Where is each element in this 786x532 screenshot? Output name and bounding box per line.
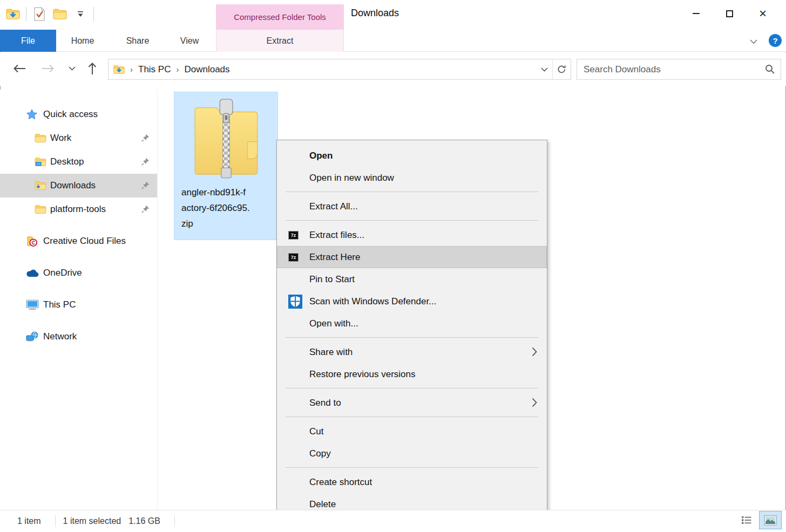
sidebar-item-network[interactable]: Network	[0, 325, 157, 349]
star-icon	[26, 109, 38, 120]
file-item-zip[interactable]: angler-nbd91k-f actory-6f206c95. zip	[174, 92, 278, 240]
address-bar[interactable]: › This PC › Downloads	[108, 59, 571, 80]
details-view-icon	[741, 516, 752, 524]
minimize-icon	[693, 13, 700, 14]
details-view-button[interactable]	[737, 512, 756, 528]
menu-item-restore-previous-versions[interactable]: Restore previous versions	[277, 363, 547, 385]
sidebar-item-onedrive[interactable]: OneDrive	[0, 261, 157, 285]
recent-locations-button[interactable]	[63, 60, 80, 77]
maximize-button[interactable]	[713, 3, 746, 24]
refresh-button[interactable]	[552, 59, 571, 79]
menu-item-extract-all[interactable]: Extract All...	[277, 195, 547, 217]
tab-home[interactable]: Home	[63, 30, 102, 52]
chevron-down-icon	[69, 66, 76, 71]
menu-separator	[286, 220, 538, 221]
menu-item-scan-with-windows-defender[interactable]: Scan with Windows Defender...	[277, 290, 547, 312]
menu-separator	[286, 417, 538, 417]
sidebar-item-creative-cloud-files[interactable]: Creative Cloud Files	[0, 229, 157, 253]
sidebar-item-quick-access[interactable]: Quick access	[0, 103, 157, 126]
status-divider	[174, 515, 175, 527]
downloads-folder-icon	[35, 181, 46, 190]
menu-item-extract-here[interactable]: 7z Extract Here	[277, 246, 547, 268]
sidebar-item-label: Work	[50, 133, 71, 144]
customize-toolbar-dropdown-icon[interactable]	[73, 6, 88, 22]
menu-separator	[286, 337, 538, 338]
sidebar-item-label: Desktop	[50, 156, 84, 167]
pin-icon	[141, 158, 150, 168]
menu-item-create-shortcut[interactable]: Create shortcut	[277, 471, 547, 493]
back-button[interactable]	[11, 60, 28, 77]
sidebar-item-this-pc[interactable]: This PC	[0, 293, 157, 317]
status-divider	[55, 515, 56, 527]
sidebar-item-label: Quick access	[43, 109, 98, 120]
menu-separator	[286, 467, 538, 468]
ribbon-collapse-button[interactable]	[747, 35, 761, 49]
status-selection-text: 1 item selected	[63, 516, 121, 526]
sidebar-item-label: OneDrive	[43, 268, 82, 278]
search-box	[577, 59, 781, 80]
back-icon	[13, 64, 26, 73]
sidebar-item-label: platform-tools	[50, 204, 106, 215]
caption-buttons: ×	[679, 3, 780, 24]
computer-icon	[26, 299, 39, 310]
ribbon-tab-row: File Home Share View Extract	[0, 30, 786, 52]
7zip-icon: 7z	[288, 231, 299, 240]
menu-item-pin-to-start[interactable]: Pin to Start	[277, 268, 547, 290]
address-dropdown-button[interactable]	[536, 59, 552, 79]
breadcrumb-downloads[interactable]: Downloads	[184, 64, 229, 75]
close-button[interactable]: ×	[746, 3, 780, 24]
sidebar-item-work[interactable]: Work	[0, 126, 157, 150]
up-button[interactable]	[84, 60, 101, 77]
breadcrumb-chevron-icon: ›	[130, 65, 133, 74]
menu-item-copy[interactable]: Copy	[277, 442, 547, 465]
tab-share[interactable]: Share	[118, 30, 157, 52]
navigation-bar: › This PC › Downloads	[0, 52, 786, 86]
menu-item-send-to[interactable]: Send to	[277, 392, 547, 414]
sidebar-item-downloads[interactable]: Downloads	[0, 174, 157, 197]
properties-check-icon[interactable]	[32, 6, 47, 22]
status-selection-size: 1.16 GB	[128, 516, 160, 526]
search-input[interactable]	[577, 59, 781, 79]
file-name: angler-nbd91k-f actory-6f206c95. zip	[174, 183, 277, 231]
new-folder-icon[interactable]	[52, 6, 67, 22]
help-icon: ?	[773, 36, 777, 45]
menu-item-open[interactable]: Open	[277, 145, 547, 167]
toolbar-separator	[93, 7, 94, 21]
status-item-count: 1 item	[17, 516, 41, 526]
forward-button[interactable]	[39, 60, 57, 77]
menu-item-open-with[interactable]: Open with...	[277, 312, 547, 335]
search-icon[interactable]	[764, 64, 775, 77]
tab-file[interactable]: File	[0, 30, 56, 52]
tab-view[interactable]: View	[170, 30, 209, 52]
chevron-down-icon	[750, 39, 757, 44]
menu-item-cut[interactable]: Cut	[277, 420, 547, 442]
breadcrumb: › This PC › Downloads	[109, 64, 230, 75]
sidebar-item-desktop[interactable]: Desktop	[0, 150, 157, 174]
address-bar-buttons	[536, 59, 571, 79]
menu-item-extract-files[interactable]: 7z Extract files...	[277, 224, 547, 246]
submenu-chevron-icon	[532, 398, 537, 410]
sidebar-item-label: This PC	[43, 299, 76, 310]
window-title: Downloads	[351, 8, 399, 19]
quick-access-toolbar	[5, 6, 94, 22]
help-button[interactable]: ?	[769, 34, 782, 47]
breadcrumb-this-pc[interactable]: This PC	[138, 64, 171, 75]
downloads-folder-icon	[113, 65, 125, 74]
large-icons-view-button[interactable]	[759, 511, 782, 529]
pin-icon	[141, 181, 150, 192]
pin-icon	[141, 205, 150, 216]
downloads-folder-icon[interactable]	[5, 6, 21, 22]
sidebar-item-label: Creative Cloud Files	[43, 236, 126, 247]
menu-item-share-with[interactable]: Share with	[277, 341, 547, 363]
sidebar-item-platform-tools[interactable]: platform-tools	[0, 197, 157, 221]
chevron-down-icon	[541, 67, 548, 72]
menu-item-open-in-new-window[interactable]: Open in new window	[277, 167, 547, 189]
context-menu: Open Open in new window Extract All... 7…	[276, 140, 547, 532]
minimize-button[interactable]	[679, 3, 713, 24]
large-icons-view-icon	[764, 515, 777, 526]
forward-icon	[42, 64, 55, 73]
tab-extract[interactable]: Extract	[216, 30, 344, 52]
menu-separator	[286, 192, 538, 192]
view-toggle-buttons	[737, 511, 782, 529]
refresh-icon	[557, 65, 566, 74]
